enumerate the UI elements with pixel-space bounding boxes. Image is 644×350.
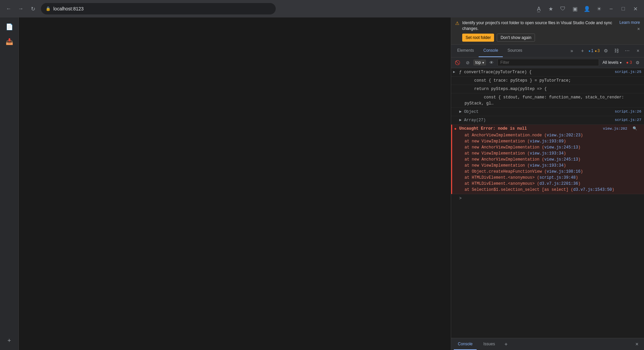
browser-chrome: ← → ↻ 🔒 localhost:8123 A̲ ★ 🛡 ▣ 👤 ☀ – □ …	[0, 0, 644, 17]
devtools-notification: ⚠ Identify your project's root folder to…	[451, 17, 644, 45]
url-text: localhost:8123	[53, 6, 84, 11]
stack-line: at Selection$1.selection_select [as sele…	[465, 187, 641, 193]
browser-actions: A̲ ★ 🛡 ▣ 👤 ☀ – □ ✕	[533, 3, 641, 14]
set-root-button[interactable]: Set root folder	[462, 34, 494, 42]
file-ref-link[interactable]: script.js:27	[615, 117, 641, 123]
context-selector[interactable]: top ▾	[473, 59, 486, 65]
more-tabs-button[interactable]: »	[567, 46, 577, 55]
sidebar-add[interactable]: +	[3, 334, 16, 347]
stack-link[interactable]: view.js:245:13	[544, 145, 578, 150]
maximize-button[interactable]: □	[618, 3, 629, 14]
notification-text: Identify your project's root folder to o…	[462, 20, 617, 32]
stack-line: at HTMLDivElement.<anonymous> (d3.v7.js:…	[465, 181, 641, 187]
sync-icon[interactable]: ☀	[594, 3, 604, 14]
info-badge: ● 1	[589, 48, 594, 53]
prompt-arrow-icon: >	[459, 196, 462, 201]
stack-line: at new AnchorViewImplementation (view.js…	[465, 157, 641, 163]
stack-line: at Object.createHeapFunctionView (view.j…	[465, 169, 641, 175]
nav-buttons: ← → ↻	[3, 3, 38, 14]
stack-line: at AnchorViewImplementation.node (view.j…	[465, 132, 641, 138]
eye-button[interactable]: 👁	[487, 58, 496, 67]
stack-line: at new ViewImplementation (view.js:193:3…	[465, 150, 641, 157]
devtools-close-button[interactable]: ×	[633, 46, 643, 55]
console-entry: const { trace: pySteps } = pyTutorTrace;	[451, 77, 644, 85]
file-ref-link[interactable]: script.js:25	[615, 69, 641, 75]
console-entry: ▶ script.js:25 ƒ convertTrace(pyTutorTra…	[451, 68, 644, 77]
stack-link[interactable]: d3.v7.js:2201:36	[539, 181, 578, 186]
error-icon: ●	[454, 126, 457, 132]
bottom-tab-issues[interactable]: Issues	[479, 338, 499, 350]
close-button[interactable]: ✕	[630, 3, 641, 14]
search-console-icon[interactable]: 🔍	[633, 126, 637, 132]
devtools-more-button[interactable]: ⋯	[623, 46, 632, 55]
bookmark-icon[interactable]: ★	[545, 3, 556, 14]
stack-link[interactable]: view.js:202:23	[547, 133, 581, 138]
bottom-tab-console[interactable]: Console	[454, 338, 477, 350]
tab-sources[interactable]: Sources	[503, 45, 527, 57]
adblock-icon[interactable]: 🛡	[557, 3, 568, 14]
error-stacktrace: at AnchorViewImplementation.node (view.j…	[459, 132, 641, 193]
notification-close-button[interactable]: ×	[637, 26, 640, 32]
sidebar: 📄 📥 +	[0, 17, 19, 350]
stack-link[interactable]: view.js:193:34	[530, 163, 564, 168]
sidebar-downloads[interactable]: 📥	[3, 35, 16, 48]
bottom-add-tab-button[interactable]: +	[502, 340, 511, 349]
profile-icon[interactable]: 👤	[582, 3, 592, 14]
devtools-tabs-actions: » + ● 1 ● 3 ⚙ ⛓ ⋯ ×	[567, 46, 643, 55]
extension-icon[interactable]: ▣	[570, 3, 580, 14]
add-tab-button[interactable]: +	[578, 46, 587, 55]
stack-line: at new ViewImplementation (view.js:193:3…	[465, 163, 641, 169]
console-toolbar: 🚫 ⊘ top ▾ 👁 All levels ▾ ● 3 ⚙	[451, 57, 644, 68]
expand-arrow-icon[interactable]: ▶	[453, 70, 455, 75]
lock-icon: 🔒	[46, 6, 51, 11]
reload-button[interactable]: ↻	[28, 3, 38, 14]
file-ref-link[interactable]: script.js:26	[615, 109, 641, 115]
filter-input[interactable]	[497, 59, 599, 66]
devtools-link-button[interactable]: ⛓	[612, 46, 621, 55]
stack-link[interactable]: view.js:245:13	[544, 157, 578, 162]
back-button[interactable]: ←	[3, 3, 14, 14]
filter-toggle-button[interactable]: ⊘	[463, 58, 472, 67]
forward-button[interactable]: →	[15, 3, 26, 14]
stack-link[interactable]: script.js:39:48	[539, 175, 576, 180]
tab-console[interactable]: Console	[479, 45, 503, 57]
stack-line: at new ViewImplementation (view.js:193:8…	[465, 138, 641, 144]
stack-link[interactable]: view.js:193:89	[530, 139, 564, 144]
main-layout: 📄 📥 + ⚠ Identify your project's root fol…	[0, 17, 644, 350]
console-entry: return pySteps.map(pyStep => {	[451, 85, 644, 93]
console-entry-object: script.js:26 ► Object	[451, 108, 644, 116]
sidebar-new-tab[interactable]: 📄	[3, 20, 16, 34]
translate-icon[interactable]: A̲	[533, 3, 544, 14]
page-content	[19, 17, 451, 350]
notification-buttons: Set root folder Don't show again	[462, 34, 617, 42]
warning-icon: ⚠	[455, 20, 460, 26]
minimize-button[interactable]: –	[606, 3, 616, 14]
level-selector[interactable]: All levels ▾	[600, 59, 623, 65]
console-entry-array: script.js:27 ► Array(27)	[451, 116, 644, 125]
devtools-panel: ⚠ Identify your project's root folder to…	[451, 17, 644, 350]
bottom-close-button[interactable]: ×	[633, 340, 641, 349]
stack-link[interactable]: view.js:193:34	[530, 151, 564, 156]
console-error-entry: ● view.js:202 🔍 Uncaught Error: node is …	[451, 125, 644, 194]
stack-line: at new AnchorViewImplementation (view.js…	[465, 144, 641, 150]
dismiss-button[interactable]: Don't show again	[497, 34, 535, 42]
stack-link[interactable]: d3.v7.js:1543:50	[573, 187, 612, 192]
stack-line: at HTMLDivElement.<anonymous> (script.js…	[465, 175, 641, 181]
console-prompt: >	[451, 194, 644, 203]
warn-badge: ● 3	[595, 48, 600, 53]
error-count-badge: ● 3	[626, 60, 632, 65]
tab-elements[interactable]: Elements	[452, 45, 479, 57]
error-file-ref[interactable]: view.js:202	[603, 126, 627, 132]
devtools-settings-button[interactable]: ⚙	[601, 46, 610, 55]
learn-more-link[interactable]: Learn more	[620, 20, 640, 25]
console-entry: const { stdout, func_name: function_name…	[451, 93, 644, 108]
stack-link[interactable]: view.js:108:16	[547, 169, 581, 174]
devtools-tabs: Elements Console Sources » + ● 1 ● 3 ⚙	[451, 45, 644, 57]
clear-console-button[interactable]: 🚫	[453, 58, 462, 67]
console-settings-button[interactable]: ⚙	[633, 58, 642, 67]
address-bar[interactable]: 🔒 localhost:8123	[41, 3, 276, 14]
devtools-bottom-bar: Console Issues + ×	[451, 338, 644, 350]
console-content[interactable]: ▶ script.js:25 ƒ convertTrace(pyTutorTra…	[451, 68, 644, 338]
